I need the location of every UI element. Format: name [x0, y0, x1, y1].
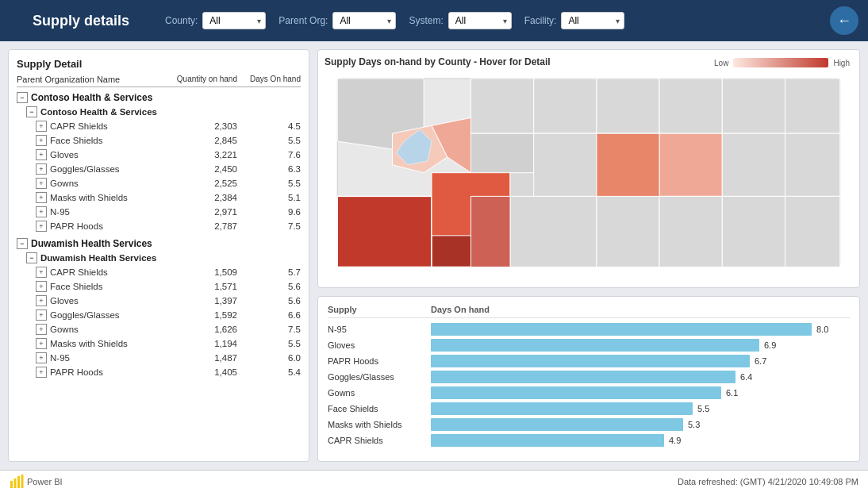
chart-row-label: Gloves [328, 340, 431, 350]
expand-icon[interactable]: − [17, 92, 28, 103]
item-name: Masks with Shields [50, 339, 174, 348]
svg-rect-12 [722, 133, 785, 196]
item-name: Goggles/Glasses [50, 164, 174, 174]
expand-icon[interactable]: − [17, 238, 28, 249]
system-select-wrapper[interactable]: All [448, 12, 512, 29]
item-days: 5.5 [237, 136, 301, 145]
chart-bar-area: 6.1 [431, 386, 850, 399]
item-name: N-95 [50, 353, 174, 363]
county-filter-group: County: All [165, 12, 266, 29]
refresh-text: Data refreshed: (GMT) 4/21/2020 10:49:08… [678, 477, 858, 486]
item-qty: 2,845 [174, 136, 237, 145]
chart-row-value: 6.1 [726, 388, 748, 398]
map-legend: Low High [714, 58, 850, 67]
chart-bar [431, 434, 664, 447]
item-name: CAPR Shields [50, 267, 174, 277]
item-days: 4.5 [237, 121, 301, 131]
chart-bar [431, 323, 812, 336]
expand-icon[interactable]: + [36, 267, 47, 278]
chart-bar-area: 6.9 [431, 339, 850, 352]
system-select[interactable]: All [448, 12, 512, 29]
table-header: Parent Organization Name Quantity on han… [17, 75, 301, 87]
expand-icon[interactable]: + [36, 281, 47, 292]
system-filter-group: System: All [409, 12, 511, 29]
main-content: Supply Detail Parent Organization Name Q… [0, 41, 868, 470]
expand-icon[interactable]: + [36, 121, 47, 132]
item-days: 5.5 [237, 339, 301, 348]
facility-select-wrapper[interactable]: All [561, 12, 624, 29]
item-days: 5.6 [237, 296, 301, 306]
parent-org-select[interactable]: All [332, 12, 396, 29]
legend-low-label: Low [714, 59, 728, 67]
org-name: Contoso Health & Services [31, 92, 301, 103]
item-qty: 2,971 [174, 207, 237, 217]
expand-icon[interactable]: + [36, 367, 47, 378]
powerbi-branding: Power BI [10, 475, 63, 489]
chart-row: Gloves 6.9 [328, 339, 850, 352]
county-select[interactable]: All [202, 12, 266, 29]
expand-icon[interactable]: + [36, 324, 47, 335]
svg-rect-7 [659, 79, 722, 133]
expand-icon[interactable]: + [36, 295, 47, 306]
svg-rect-22 [597, 196, 659, 267]
back-button[interactable]: ← [830, 6, 858, 35]
svg-rect-16 [337, 196, 432, 267]
expand-icon[interactable]: + [36, 206, 47, 217]
table-row: +CAPR Shields1,5095.7 [17, 265, 301, 279]
expand-icon[interactable]: + [36, 309, 47, 321]
chart-bar-area: 8.0 [431, 323, 850, 336]
expand-icon[interactable]: + [36, 221, 47, 232]
item-qty: 1,571 [174, 282, 237, 291]
item-name: Gowns [50, 179, 174, 188]
expand-icon[interactable]: + [36, 192, 47, 203]
chart-row-value: 5.5 [697, 404, 720, 413]
item-qty: 1,509 [174, 267, 237, 277]
table-row: +Face Shields2,8455.5 [17, 133, 301, 148]
svg-rect-20 [534, 133, 597, 196]
expand-icon[interactable]: + [36, 352, 47, 363]
chart-col-days-label: Days On hand [431, 305, 850, 314]
org-name: Duwamish Health Services [31, 238, 301, 249]
col-name-header: Parent Organization Name [17, 75, 174, 84]
svg-rect-8 [722, 79, 785, 133]
table-row: +Gowns1,6267.5 [17, 322, 301, 336]
expand-icon[interactable]: + [36, 338, 47, 349]
svg-rect-6 [597, 79, 659, 133]
expand-icon[interactable]: − [26, 252, 37, 263]
chart-row-value: 6.9 [764, 340, 786, 350]
item-qty: 1,405 [174, 367, 237, 377]
parent-org-select-wrapper[interactable]: All [332, 12, 396, 29]
chart-col-supply-label: Supply [328, 305, 431, 314]
expand-icon[interactable]: + [36, 178, 47, 189]
item-days: 5.7 [237, 267, 301, 277]
expand-icon[interactable]: − [26, 106, 37, 117]
svg-rect-30 [14, 479, 17, 488]
right-panel: Supply Days on-hand by County - Hover fo… [317, 49, 860, 462]
chart-bar-area: 5.5 [431, 402, 850, 415]
table-row: −Duwamish Health Services [17, 251, 301, 265]
chart-bar-area: 6.7 [431, 355, 850, 367]
chart-bar [431, 418, 683, 431]
item-qty: 2,303 [174, 121, 237, 131]
item-days: 6.6 [237, 310, 301, 320]
expand-icon[interactable]: + [36, 163, 47, 175]
facility-label: Facility: [524, 15, 557, 26]
powerbi-icon [10, 475, 24, 489]
table-row: +Gloves1,3975.6 [17, 294, 301, 308]
item-days: 7.5 [237, 325, 301, 334]
svg-rect-29 [10, 481, 13, 488]
chart-row-value: 6.7 [755, 356, 777, 366]
expand-icon[interactable]: + [36, 135, 47, 146]
item-qty: 3,221 [174, 150, 237, 160]
item-days: 6.3 [237, 164, 301, 174]
item-name: PAPR Hoods [50, 221, 174, 231]
item-name: PAPR Hoods [50, 367, 174, 377]
chart-rows: N-95 8.0 Gloves 6.9 PAPR Hoods 6.7 Goggl… [328, 323, 850, 447]
item-name: Gloves [50, 150, 174, 160]
expand-icon[interactable]: + [36, 149, 47, 160]
county-select-wrapper[interactable]: All [202, 12, 266, 29]
item-name: Face Shields [50, 136, 174, 145]
panel-title: Supply Detail [17, 58, 301, 70]
chart-row-label: Face Shields [328, 404, 431, 413]
facility-select[interactable]: All [561, 12, 624, 29]
